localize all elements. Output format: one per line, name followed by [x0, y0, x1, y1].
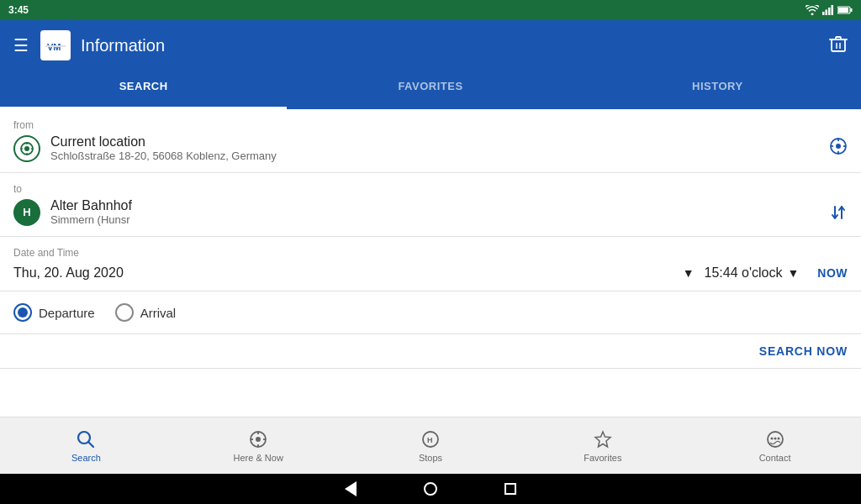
svg-marker-35 — [595, 432, 610, 447]
nav-item-here-now[interactable]: Here & Now — [172, 417, 345, 474]
tab-bar: SEARCH FAVORITES HISTORY — [0, 71, 861, 109]
from-sub: Schloßstraße 18-20, 56068 Koblenz, Germa… — [50, 150, 819, 162]
signal-icon — [822, 5, 834, 15]
search-now-section: SEARCH NOW — [0, 334, 861, 369]
stops-nav-label: Stops — [419, 453, 442, 463]
nav-item-stops[interactable]: H Stops — [345, 417, 517, 474]
nav-item-favorites[interactable]: Favorites — [516, 417, 689, 474]
arrival-radio-outer — [115, 303, 134, 322]
nav-item-contact[interactable]: Contact — [689, 417, 861, 474]
tab-favorites[interactable]: FAVORITES — [287, 71, 573, 109]
main-content: from Current location Schloßstraße 18-20… — [0, 109, 861, 417]
date-value[interactable]: Thu, 20. Aug 2020 — [13, 265, 683, 281]
radio-section: Departure Arrival — [0, 291, 861, 334]
datetime-label: Date and Time — [13, 247, 848, 259]
app-title-text: Information — [81, 36, 829, 55]
nav-item-search[interactable]: Search — [0, 417, 172, 474]
search-nav-label: Search — [71, 453, 101, 463]
to-label: to — [13, 183, 848, 195]
departure-radio-outer — [13, 303, 32, 322]
recents-button[interactable] — [504, 483, 516, 495]
svg-rect-3 — [832, 5, 834, 15]
now-button[interactable]: NOW — [817, 266, 848, 280]
status-icons — [806, 5, 853, 15]
to-stop-icon: H — [13, 199, 40, 226]
wifi-icon — [806, 5, 819, 15]
search-now-button[interactable]: SEARCH NOW — [759, 344, 848, 358]
here-now-nav-icon — [248, 429, 268, 449]
svg-point-38 — [774, 437, 776, 439]
time-dropdown-arrow[interactable]: ▼ — [787, 266, 799, 280]
from-text: Current location Schloßstraße 18-20, 560… — [50, 134, 819, 162]
svg-point-39 — [777, 437, 779, 439]
time-section: 15:44 o'clock ▼ NOW — [695, 265, 848, 281]
stops-nav-icon: H — [420, 429, 441, 449]
svg-text:H: H — [427, 436, 433, 444]
date-dropdown-arrow[interactable]: ▼ — [683, 266, 695, 280]
svg-rect-2 — [828, 8, 831, 15]
arrival-radio[interactable]: Arrival — [115, 303, 177, 322]
home-button[interactable] — [424, 482, 437, 496]
logo-icon: VM — [44, 34, 67, 57]
status-time: 3:45 — [8, 4, 29, 16]
gps-locate-icon[interactable] — [829, 137, 848, 160]
svg-rect-5 — [851, 8, 853, 12]
datetime-section: Date and Time Thu, 20. Aug 2020 ▼ 15:44 … — [0, 237, 861, 291]
app-logo: VM — [40, 30, 71, 60]
to-field[interactable]: to H Alter Bahnhof Simmern (Hunsr — [0, 173, 861, 237]
svg-point-37 — [770, 437, 773, 439]
menu-icon[interactable]: ☰ — [13, 35, 29, 55]
from-field[interactable]: from Current location Schloßstraße 18-20… — [0, 109, 861, 173]
svg-rect-9 — [45, 45, 66, 47]
tab-history[interactable]: HISTORY — [574, 71, 861, 109]
from-location-icon — [13, 135, 40, 162]
top-bar: ☰ VM Information — [0, 20, 861, 71]
tab-search[interactable]: SEARCH — [0, 71, 287, 109]
swap-directions-icon[interactable] — [829, 203, 848, 222]
arrival-label: Arrival — [140, 306, 177, 320]
android-nav-bar — [0, 474, 861, 504]
bottom-nav: Search Here & Now H Stops Favorites — [0, 417, 861, 474]
favorites-nav-icon — [593, 429, 613, 449]
departure-radio-inner — [18, 307, 28, 318]
from-label: from — [13, 119, 848, 131]
svg-point-20 — [836, 144, 841, 149]
to-text: Alter Bahnhof Simmern (Hunsr — [50, 198, 819, 226]
favorites-nav-label: Favorites — [584, 453, 621, 463]
svg-rect-1 — [826, 10, 828, 16]
svg-point-28 — [256, 437, 261, 442]
svg-rect-6 — [838, 8, 848, 13]
to-sub: Simmern (Hunsr — [50, 213, 819, 226]
here-now-nav-label: Here & Now — [234, 453, 283, 463]
svg-rect-10 — [832, 39, 845, 51]
departure-label: Departure — [39, 306, 95, 320]
svg-rect-0 — [822, 12, 825, 15]
status-bar: 3:45 — [0, 0, 861, 20]
battery-icon — [837, 6, 853, 14]
from-main: Current location — [50, 134, 819, 150]
svg-point-14 — [24, 146, 29, 151]
back-button[interactable] — [345, 481, 357, 496]
to-main: Alter Bahnhof — [50, 198, 819, 213]
trash-icon[interactable] — [829, 34, 848, 57]
contact-nav-label: Contact — [759, 453, 791, 463]
time-value[interactable]: 15:44 o'clock — [705, 265, 783, 281]
departure-radio[interactable]: Departure — [13, 303, 95, 322]
search-nav-icon — [76, 429, 96, 449]
contact-nav-icon — [765, 429, 785, 449]
svg-line-26 — [89, 442, 94, 447]
